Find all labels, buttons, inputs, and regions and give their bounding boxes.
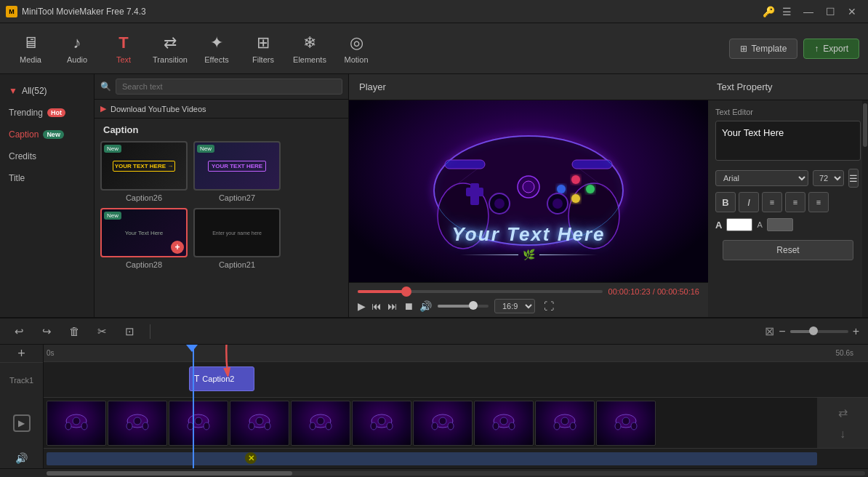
text-editor-input[interactable]: Your Text Here — [715, 121, 861, 161]
text-color-label: A — [715, 220, 722, 231]
font-family-select[interactable]: Arial Times New Roman Helvetica — [715, 170, 808, 186]
progress-track[interactable] — [358, 290, 603, 293]
crop-button[interactable]: ⊡ — [119, 321, 140, 342]
top-panels: ▼ All(52) Trending Hot Caption New Credi… — [0, 74, 868, 317]
progress-thumb[interactable] — [401, 286, 411, 297]
category-all[interactable]: ▼ All(52) — [0, 80, 94, 102]
new-badge-cap26: New — [104, 145, 121, 153]
close-button[interactable]: ✕ — [842, 1, 862, 22]
svg-point-5 — [571, 175, 580, 184]
h-scroll-thumb[interactable] — [47, 471, 292, 476]
play-button[interactable]: ▶ — [358, 300, 366, 312]
redo-button[interactable]: ↪ — [36, 321, 57, 342]
svg-point-7 — [557, 185, 566, 193]
elements-icon: ❄ — [303, 33, 316, 52]
audio-track-icon: 🔊 — [15, 452, 28, 464]
prev-frame-button[interactable]: ⏮ — [371, 300, 382, 312]
playhead-triangle — [186, 345, 198, 352]
audio-track-label-area: 🔊 — [0, 448, 43, 468]
svg-point-60 — [631, 422, 637, 430]
stop-button[interactable]: ⏹ — [403, 300, 414, 312]
volume-thumb[interactable] — [469, 301, 478, 310]
video-thumb-4 — [230, 401, 289, 446]
text-color-swatch[interactable] — [726, 218, 752, 231]
category-trending[interactable]: Trending Hot — [0, 102, 94, 124]
next-frame-button[interactable]: ⏭ — [387, 300, 398, 312]
audio-bar[interactable] — [47, 452, 817, 465]
delete-button[interactable]: 🗑 — [64, 321, 84, 342]
add-track-area: + — [0, 345, 43, 362]
export-button[interactable]: ↑ Export — [803, 39, 859, 59]
tool-effects[interactable]: ✦ Effects — [195, 27, 238, 71]
thumb-caption28[interactable]: New Your Text Here + Caption28 — [100, 208, 188, 269]
thumb-caption21[interactable]: Enter your name here Caption21 — [193, 208, 281, 269]
reset-button[interactable]: Reset — [723, 240, 853, 260]
line-height-button[interactable]: ☰ — [848, 169, 859, 188]
svg-point-38 — [317, 417, 324, 425]
template-icon: ⊞ — [740, 44, 747, 54]
aspect-ratio-select[interactable]: 16:9 4:3 1:1 9:16 — [494, 299, 535, 313]
zoom-controls: ⊠ − + — [765, 324, 859, 338]
svg-point-39 — [310, 422, 316, 430]
zoom-out-button[interactable]: − — [779, 325, 785, 338]
tool-text[interactable]: T Text — [102, 27, 145, 71]
bold-button[interactable]: B — [715, 192, 736, 212]
tool-motion[interactable]: ◎ Motion — [334, 27, 378, 71]
svg-point-36 — [265, 422, 270, 430]
zoom-in-button[interactable]: + — [853, 325, 859, 338]
video-track-icon: ▶ — [13, 414, 31, 432]
add-track-button[interactable]: + — [12, 345, 32, 364]
minimize-button[interactable]: — — [798, 1, 819, 22]
undo-button[interactable]: ↩ — [9, 321, 29, 342]
svg-point-44 — [387, 422, 393, 430]
track-download-icon[interactable]: ↓ — [840, 428, 845, 441]
svg-point-55 — [554, 422, 560, 430]
scroll-thumb[interactable] — [863, 103, 867, 147]
zoom-thumb[interactable] — [809, 326, 818, 335]
menu-button[interactable]: ☰ — [776, 1, 797, 22]
text-style-row: B I ≡ ≡ ≡ — [715, 192, 861, 212]
svg-point-24 — [81, 422, 87, 430]
transition-icon: ⇄ — [164, 33, 177, 52]
export-label: Export — [823, 44, 848, 54]
track-swap-icon[interactable]: ⇄ — [838, 406, 848, 420]
category-title[interactable]: Title — [0, 167, 94, 189]
download-youtube-button[interactable]: ▶ Download YouTube Videos — [95, 100, 348, 119]
text-property-header: Text Property — [708, 74, 868, 100]
h-scroll-track[interactable] — [47, 471, 865, 476]
search-input[interactable] — [116, 79, 342, 95]
total-time: 00:00:50:16 — [657, 287, 699, 296]
tool-audio[interactable]: ♪ Audio — [55, 27, 99, 71]
font-size-select[interactable]: 72 48 36 24 — [813, 170, 844, 186]
text-property-content: Text Editor Your Text Here Arial Times N… — [708, 100, 868, 317]
svg-point-31 — [188, 422, 193, 430]
volume-track[interactable] — [438, 305, 489, 308]
zoom-track[interactable] — [790, 330, 848, 333]
youtube-icon: ▶ — [100, 104, 106, 113]
thumb-caption26[interactable]: New YOUR TEXT HERE → Caption26 — [100, 141, 188, 202]
maximize-button[interactable]: ☐ — [820, 1, 840, 22]
template-button[interactable]: ⊞ Template — [729, 39, 798, 59]
outline-color-swatch[interactable] — [767, 218, 793, 231]
category-caption[interactable]: Caption New — [0, 124, 94, 145]
tool-transition[interactable]: ⇄ Transition — [148, 27, 192, 71]
cut-button[interactable]: ✂ — [92, 321, 112, 342]
svg-rect-16 — [572, 160, 612, 169]
align-right-button[interactable]: ≡ — [808, 192, 829, 212]
fullscreen-button[interactable]: ⛶ — [544, 300, 554, 312]
audio-icon-tb: ♪ — [73, 33, 81, 52]
titlebar-controls: 🔑 ☰ — ☐ ✕ — [763, 1, 862, 22]
category-credits[interactable]: Credits — [0, 145, 94, 167]
video-track: ⇄ ↓ — [44, 398, 868, 448]
align-left-button[interactable]: ≡ — [762, 192, 782, 212]
time-display: 00:00:10:23 / 00:00:50:16 — [608, 287, 699, 296]
thumb-caption27[interactable]: New YOUR TEXT HERE Caption27 — [193, 141, 281, 202]
italic-button[interactable]: I — [739, 192, 759, 212]
thumb-label-cap26: Caption26 — [100, 193, 188, 202]
app-title: MiniTool MovieMaker Free 7.4.3 — [22, 7, 146, 17]
tool-media[interactable]: 🖥 Media — [9, 27, 52, 71]
tool-filters[interactable]: ⊞ Filters — [241, 27, 285, 71]
svg-point-58 — [622, 417, 630, 425]
align-center-button[interactable]: ≡ — [785, 192, 805, 212]
tool-elements[interactable]: ❄ Elements — [288, 27, 331, 71]
